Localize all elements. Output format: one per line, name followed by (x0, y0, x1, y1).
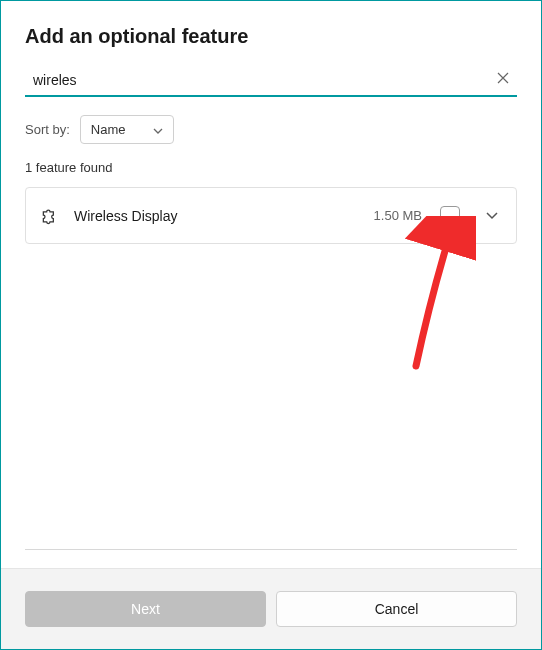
cancel-button[interactable]: Cancel (276, 591, 517, 627)
chevron-down-icon (486, 208, 498, 223)
divider (25, 549, 517, 550)
puzzle-icon (40, 206, 60, 226)
sort-label: Sort by: (25, 122, 70, 137)
dialog-title: Add an optional feature (25, 25, 517, 48)
feature-checkbox[interactable] (440, 206, 460, 226)
sort-select[interactable]: Name (80, 115, 175, 144)
button-bar: Next Cancel (1, 568, 541, 649)
dialog-body: Add an optional feature Sort by: Name 1 … (1, 1, 541, 244)
feature-item[interactable]: Wireless Display 1.50 MB (26, 188, 516, 243)
feature-name: Wireless Display (74, 208, 360, 224)
feature-list: Wireless Display 1.50 MB (25, 187, 517, 244)
expand-button[interactable] (482, 204, 502, 227)
search-box (25, 66, 517, 97)
clear-search-button[interactable] (495, 70, 511, 89)
feature-size: 1.50 MB (374, 208, 422, 223)
sort-selected-value: Name (91, 122, 126, 137)
next-button[interactable]: Next (25, 591, 266, 627)
chevron-down-icon (153, 122, 163, 137)
sort-row: Sort by: Name (25, 115, 517, 144)
close-icon (497, 72, 509, 87)
search-input[interactable] (33, 72, 495, 88)
result-count: 1 feature found (25, 160, 517, 175)
